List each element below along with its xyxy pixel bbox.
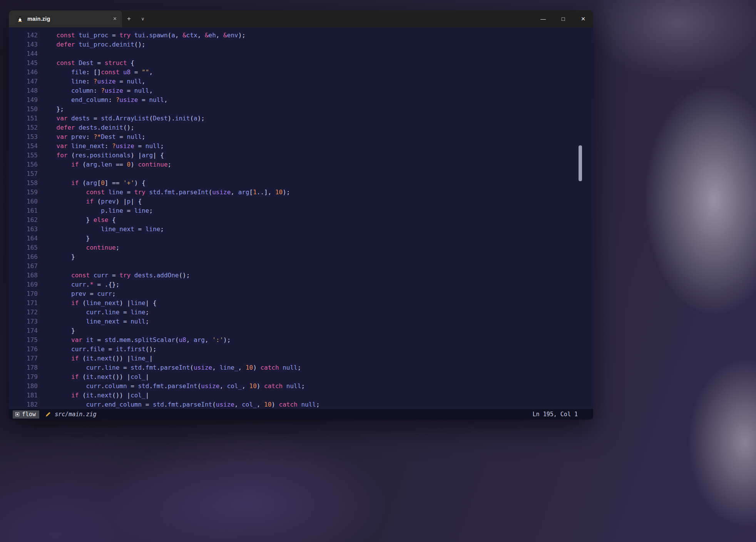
code-line-text: file: []const u8 = "", — [42, 68, 153, 77]
line-number: 167 — [9, 262, 38, 271]
code-line-text: }; — [42, 105, 64, 114]
code-line[interactable]: 170 prev = curr; — [9, 289, 593, 299]
line-number: 174 — [9, 326, 38, 335]
code-line-text: var it = std.mem.splitScalar(u8, arg, ':… — [42, 335, 231, 345]
tab-main-zig[interactable]: main.zig × — [9, 10, 122, 27]
code-line[interactable]: 144 — [9, 49, 593, 58]
code-line[interactable]: 154 var line_next: ?usize = null; — [9, 142, 593, 151]
line-number: 157 — [9, 169, 38, 178]
code-line-text: const Dest = struct { — [42, 58, 134, 68]
line-number: 154 — [9, 142, 38, 151]
code-line[interactable]: 171 if (line_next) |line| { — [9, 299, 593, 308]
code-line[interactable]: 182 curr.end_column = std.fmt.parseInt(u… — [9, 400, 593, 409]
code-line-text: curr.column = std.fmt.parseInt(usize, co… — [42, 382, 305, 391]
line-number: 159 — [9, 188, 38, 197]
code-line[interactable]: 169 curr.* = .{}; — [9, 280, 593, 289]
line-number: 158 — [9, 178, 38, 188]
code-line[interactable]: 168 const curr = try dests.addOne(); — [9, 271, 593, 280]
code-line-text: const line = try std.fmt.parseInt(usize,… — [42, 188, 290, 197]
code-line-text: curr.line = std.fmt.parseInt(usize, line… — [42, 363, 301, 372]
code-line[interactable]: 181 if (it.next()) |col_| — [9, 391, 593, 400]
code-line[interactable]: 142 const tui_proc = try tui.spawn(a, &c… — [9, 31, 593, 40]
code-line-text: if (arg.len == 0) continue; — [42, 160, 171, 169]
line-number: 143 — [9, 40, 38, 49]
line-number: 162 — [9, 215, 38, 225]
code-line[interactable]: 174 } — [9, 326, 593, 335]
titlebar[interactable]: main.zig × + ∨ — □ × — [9, 10, 593, 27]
code-line[interactable]: 155 for (res.positionals) |arg| { — [9, 151, 593, 160]
code-line-text: line_next = line; — [42, 225, 164, 234]
file-path: src/main.zig — [55, 411, 96, 418]
code-line[interactable]: 172 curr.line = line; — [9, 308, 593, 317]
code-line[interactable]: 151 var dests = std.ArrayList(Dest).init… — [9, 114, 593, 123]
new-tab-button[interactable]: + — [122, 10, 136, 27]
line-number: 153 — [9, 132, 38, 142]
line-number: 177 — [9, 354, 38, 363]
scrollbar-thumb[interactable] — [579, 145, 582, 181]
code-line-text: } else { — [42, 215, 116, 225]
code-line[interactable]: 180 curr.column = std.fmt.parseInt(usize… — [9, 382, 593, 391]
line-number: 155 — [9, 151, 38, 160]
flow-menu-button[interactable]: flow — [13, 410, 39, 419]
code-line[interactable]: 153 var prev: ?*Dest = null; — [9, 132, 593, 142]
line-number: 145 — [9, 58, 38, 68]
code-line-text: column: ?usize = null, — [42, 86, 153, 95]
tab-list-chevron-button[interactable]: ∨ — [136, 10, 150, 27]
code-line[interactable]: 157 — [9, 169, 593, 178]
code-line[interactable]: 164 } — [9, 234, 593, 243]
code-line[interactable]: 162 } else { — [9, 215, 593, 225]
code-line[interactable]: 179 if (it.next()) |col_| — [9, 372, 593, 382]
code-line[interactable]: 149 end_column: ?usize = null, — [9, 95, 593, 105]
code-line[interactable]: 175 var it = std.mem.splitScalar(u8, arg… — [9, 335, 593, 345]
code-line[interactable]: 158 if (arg[0] == '+') { — [9, 178, 593, 188]
code-line[interactable]: 147 line: ?usize = null, — [9, 77, 593, 86]
line-number: 160 — [9, 197, 38, 206]
code-line-text: end_column: ?usize = null, — [42, 95, 168, 105]
code-line-text: defer dests.deinit(); — [42, 123, 134, 132]
code-line[interactable]: 166 } — [9, 252, 593, 262]
code-line-text: if (it.next()) |line_| — [42, 354, 153, 363]
code-line-text: var line_next: ?usize = null; — [42, 142, 164, 151]
code-line[interactable]: 178 curr.line = std.fmt.parseInt(usize, … — [9, 363, 593, 372]
code-line[interactable]: 177 if (it.next()) |line_| — [9, 354, 593, 363]
line-number: 178 — [9, 363, 38, 372]
line-number: 164 — [9, 234, 38, 243]
line-number: 172 — [9, 308, 38, 317]
code-line[interactable]: 146 file: []const u8 = "", — [9, 68, 593, 77]
code-line[interactable]: 152 defer dests.deinit(); — [9, 123, 593, 132]
code-line[interactable]: 176 curr.file = it.first(); — [9, 345, 593, 354]
line-number: 156 — [9, 160, 38, 169]
code-line[interactable]: 160 if (prev) |p| { — [9, 197, 593, 206]
line-number: 150 — [9, 105, 38, 114]
code-line[interactable]: 161 p.line = line; — [9, 206, 593, 215]
code-line[interactable]: 143 defer tui_proc.deinit(); — [9, 40, 593, 49]
code-line-text: curr.* = .{}; — [42, 280, 119, 289]
code-line[interactable]: 165 continue; — [9, 243, 593, 252]
line-number: 165 — [9, 243, 38, 252]
penguin-icon — [17, 16, 23, 22]
code-line-text: var dests = std.ArrayList(Dest).init(a); — [42, 114, 205, 123]
code-line[interactable]: 167 — [9, 262, 593, 271]
close-button[interactable]: × — [573, 10, 593, 27]
code-line-text: if (it.next()) |col_| — [42, 372, 149, 382]
code-line[interactable]: 145 const Dest = struct { — [9, 58, 593, 68]
tab-close-button[interactable]: × — [113, 15, 117, 22]
code-line-text: if (arg[0] == '+') { — [42, 178, 146, 188]
minimize-button[interactable]: — — [533, 10, 553, 27]
code-line[interactable]: 156 if (arg.len == 0) continue; — [9, 160, 593, 169]
code-line-text: line_next = null; — [42, 317, 149, 326]
code-line[interactable]: 148 column: ?usize = null, — [9, 86, 593, 95]
tab-title: main.zig — [27, 16, 50, 22]
code-area[interactable]: 142 const tui_proc = try tui.spawn(a, &c… — [9, 27, 593, 409]
code-line-text: } — [42, 252, 75, 262]
code-line[interactable]: 173 line_next = null; — [9, 317, 593, 326]
cursor-position[interactable]: Ln 195, Col 1 — [533, 411, 578, 418]
line-number: 179 — [9, 372, 38, 382]
flow-logo-icon — [15, 412, 19, 416]
maximize-button[interactable]: □ — [553, 10, 573, 27]
code-line[interactable]: 163 line_next = line; — [9, 225, 593, 234]
code-line-text: const curr = try dests.addOne(); — [42, 271, 190, 280]
code-line[interactable]: 159 const line = try std.fmt.parseInt(us… — [9, 188, 593, 197]
code-line[interactable]: 150 }; — [9, 105, 593, 114]
code-line-text: prev = curr; — [42, 289, 116, 299]
